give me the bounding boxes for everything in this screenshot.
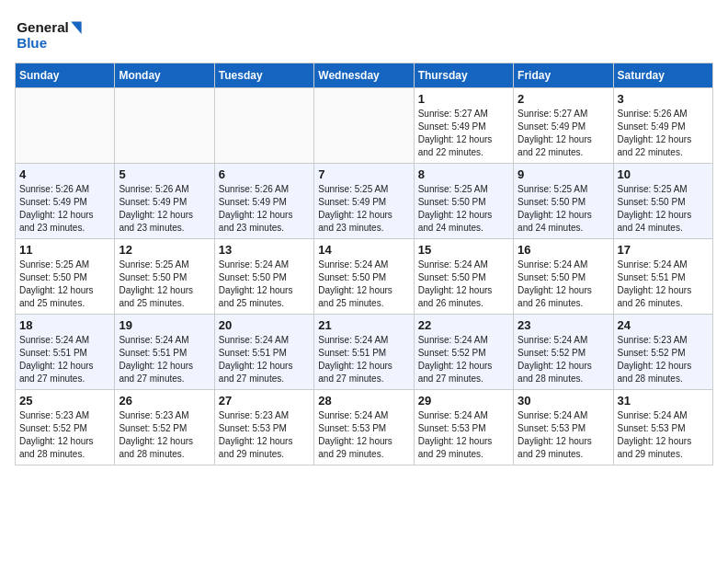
calendar-cell: 8Sunrise: 5:25 AMSunset: 5:50 PMDaylight…: [414, 164, 513, 239]
calendar-table: SundayMondayTuesdayWednesdayThursdayFrid…: [15, 63, 713, 465]
calendar-cell: 29Sunrise: 5:24 AMSunset: 5:53 PMDayligh…: [414, 390, 513, 465]
header: General Blue: [15, 15, 713, 55]
day-info: Sunrise: 5:26 AMSunset: 5:49 PMDaylight:…: [119, 183, 210, 235]
calendar-cell: 14Sunrise: 5:24 AMSunset: 5:50 PMDayligh…: [314, 239, 414, 315]
day-number: 10: [618, 167, 709, 181]
day-info: Sunrise: 5:25 AMSunset: 5:50 PMDaylight:…: [518, 183, 609, 235]
day-number: 28: [318, 394, 409, 408]
day-info: Sunrise: 5:24 AMSunset: 5:53 PMDaylight:…: [318, 409, 409, 461]
calendar-week-1: 1Sunrise: 5:27 AMSunset: 5:49 PMDaylight…: [16, 88, 713, 164]
day-info: Sunrise: 5:27 AMSunset: 5:49 PMDaylight:…: [418, 108, 509, 159]
calendar-week-4: 18Sunrise: 5:24 AMSunset: 5:51 PMDayligh…: [16, 315, 713, 390]
calendar-cell: 18Sunrise: 5:24 AMSunset: 5:51 PMDayligh…: [16, 315, 115, 390]
calendar-header: SundayMondayTuesdayWednesdayThursdayFrid…: [16, 63, 713, 88]
calendar-cell: 30Sunrise: 5:24 AMSunset: 5:53 PMDayligh…: [514, 390, 613, 465]
col-header-sunday: Sunday: [16, 63, 115, 88]
day-info: Sunrise: 5:23 AMSunset: 5:52 PMDaylight:…: [618, 334, 709, 385]
calendar-cell: [16, 88, 115, 164]
col-header-thursday: Thursday: [414, 63, 513, 88]
day-info: Sunrise: 5:24 AMSunset: 5:52 PMDaylight:…: [518, 334, 609, 385]
day-number: 9: [518, 167, 609, 181]
day-number: 14: [318, 243, 409, 257]
calendar-cell: 20Sunrise: 5:24 AMSunset: 5:51 PMDayligh…: [214, 315, 313, 390]
day-number: 29: [418, 394, 509, 408]
calendar-cell: 25Sunrise: 5:23 AMSunset: 5:52 PMDayligh…: [16, 390, 115, 465]
col-header-tuesday: Tuesday: [214, 63, 313, 88]
calendar-cell: 5Sunrise: 5:26 AMSunset: 5:49 PMDaylight…: [115, 164, 214, 239]
calendar-cell: 7Sunrise: 5:25 AMSunset: 5:49 PMDaylight…: [314, 164, 414, 239]
calendar-cell: 24Sunrise: 5:23 AMSunset: 5:52 PMDayligh…: [613, 315, 712, 390]
day-number: 2: [518, 92, 609, 106]
calendar-cell: 9Sunrise: 5:25 AMSunset: 5:50 PMDaylight…: [514, 164, 613, 239]
day-info: Sunrise: 5:24 AMSunset: 5:51 PMDaylight:…: [318, 334, 409, 385]
calendar-cell: [214, 88, 313, 164]
day-number: 22: [418, 318, 509, 332]
calendar-cell: 21Sunrise: 5:24 AMSunset: 5:51 PMDayligh…: [314, 315, 414, 390]
calendar-cell: [115, 88, 214, 164]
calendar-cell: 12Sunrise: 5:25 AMSunset: 5:50 PMDayligh…: [115, 239, 214, 315]
logo: General Blue: [15, 15, 97, 55]
day-number: 8: [418, 167, 509, 181]
calendar-cell: [314, 88, 414, 164]
day-number: 1: [418, 92, 509, 106]
day-number: 11: [19, 243, 110, 257]
day-info: Sunrise: 5:23 AMSunset: 5:52 PMDaylight:…: [19, 409, 110, 461]
day-info: Sunrise: 5:23 AMSunset: 5:52 PMDaylight:…: [119, 409, 210, 461]
calendar-cell: 22Sunrise: 5:24 AMSunset: 5:52 PMDayligh…: [414, 315, 513, 390]
day-info: Sunrise: 5:24 AMSunset: 5:53 PMDaylight:…: [618, 409, 709, 461]
col-header-monday: Monday: [115, 63, 214, 88]
day-number: 27: [219, 394, 310, 408]
calendar-cell: 28Sunrise: 5:24 AMSunset: 5:53 PMDayligh…: [314, 390, 414, 465]
calendar-cell: 31Sunrise: 5:24 AMSunset: 5:53 PMDayligh…: [613, 390, 712, 465]
day-number: 4: [19, 167, 110, 181]
calendar-cell: 17Sunrise: 5:24 AMSunset: 5:51 PMDayligh…: [613, 239, 712, 315]
calendar-cell: 26Sunrise: 5:23 AMSunset: 5:52 PMDayligh…: [115, 390, 214, 465]
calendar-week-3: 11Sunrise: 5:25 AMSunset: 5:50 PMDayligh…: [16, 239, 713, 315]
col-header-wednesday: Wednesday: [314, 63, 414, 88]
col-header-saturday: Saturday: [613, 63, 712, 88]
day-number: 24: [618, 318, 709, 332]
day-info: Sunrise: 5:26 AMSunset: 5:49 PMDaylight:…: [618, 108, 709, 159]
day-number: 17: [618, 243, 709, 257]
day-info: Sunrise: 5:25 AMSunset: 5:50 PMDaylight:…: [618, 183, 709, 235]
col-header-friday: Friday: [514, 63, 613, 88]
day-number: 7: [318, 167, 409, 181]
day-info: Sunrise: 5:24 AMSunset: 5:50 PMDaylight:…: [318, 259, 409, 310]
day-number: 16: [518, 243, 609, 257]
day-number: 30: [518, 394, 609, 408]
day-number: 21: [318, 318, 409, 332]
day-number: 13: [219, 243, 310, 257]
svg-text:Blue: Blue: [17, 35, 47, 51]
day-info: Sunrise: 5:24 AMSunset: 5:50 PMDaylight:…: [518, 259, 609, 310]
day-info: Sunrise: 5:25 AMSunset: 5:50 PMDaylight:…: [418, 183, 509, 235]
calendar-cell: 27Sunrise: 5:23 AMSunset: 5:53 PMDayligh…: [214, 390, 313, 465]
day-info: Sunrise: 5:25 AMSunset: 5:49 PMDaylight:…: [318, 183, 409, 235]
calendar-week-5: 25Sunrise: 5:23 AMSunset: 5:52 PMDayligh…: [16, 390, 713, 465]
day-info: Sunrise: 5:24 AMSunset: 5:52 PMDaylight:…: [418, 334, 509, 385]
calendar-cell: 4Sunrise: 5:26 AMSunset: 5:49 PMDaylight…: [16, 164, 115, 239]
calendar-cell: 13Sunrise: 5:24 AMSunset: 5:50 PMDayligh…: [214, 239, 313, 315]
day-number: 12: [119, 243, 210, 257]
calendar-cell: 19Sunrise: 5:24 AMSunset: 5:51 PMDayligh…: [115, 315, 214, 390]
day-number: 26: [119, 394, 210, 408]
day-number: 31: [618, 394, 709, 408]
day-number: 23: [518, 318, 609, 332]
calendar-cell: 16Sunrise: 5:24 AMSunset: 5:50 PMDayligh…: [514, 239, 613, 315]
calendar-week-2: 4Sunrise: 5:26 AMSunset: 5:49 PMDaylight…: [16, 164, 713, 239]
day-info: Sunrise: 5:25 AMSunset: 5:50 PMDaylight:…: [19, 259, 110, 310]
day-number: 19: [119, 318, 210, 332]
calendar-cell: 11Sunrise: 5:25 AMSunset: 5:50 PMDayligh…: [16, 239, 115, 315]
day-info: Sunrise: 5:24 AMSunset: 5:53 PMDaylight:…: [418, 409, 509, 461]
day-info: Sunrise: 5:25 AMSunset: 5:50 PMDaylight:…: [119, 259, 210, 310]
day-number: 25: [19, 394, 110, 408]
calendar-cell: 10Sunrise: 5:25 AMSunset: 5:50 PMDayligh…: [613, 164, 712, 239]
day-number: 5: [119, 167, 210, 181]
day-number: 6: [219, 167, 310, 181]
day-number: 15: [418, 243, 509, 257]
calendar-cell: 15Sunrise: 5:24 AMSunset: 5:50 PMDayligh…: [414, 239, 513, 315]
calendar-cell: 2Sunrise: 5:27 AMSunset: 5:49 PMDaylight…: [514, 88, 613, 164]
day-info: Sunrise: 5:27 AMSunset: 5:49 PMDaylight:…: [518, 108, 609, 159]
calendar-cell: 1Sunrise: 5:27 AMSunset: 5:49 PMDaylight…: [414, 88, 513, 164]
day-info: Sunrise: 5:24 AMSunset: 5:53 PMDaylight:…: [518, 409, 609, 461]
svg-marker-2: [71, 22, 81, 34]
